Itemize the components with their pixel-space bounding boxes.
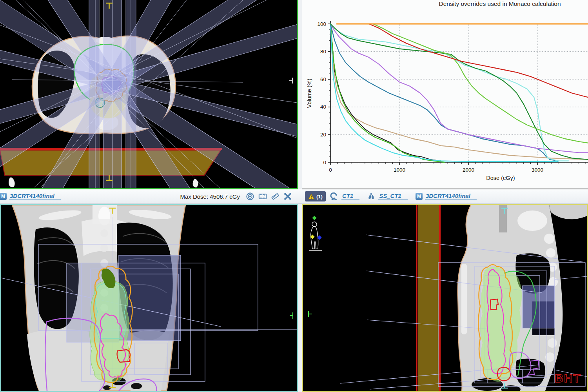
dvh-chart: 0204060801000100020003000Density overrid… xyxy=(302,0,588,189)
warning-icon xyxy=(308,194,314,200)
plan-link[interactable]: 3DCRT4140final xyxy=(9,192,61,200)
plan-m-icon: M xyxy=(0,193,7,200)
plan-item[interactable]: M 3DCRT4140final xyxy=(416,192,479,200)
svg-text:3000: 3000 xyxy=(532,167,543,173)
dvh-curve-cyan-fast-structure xyxy=(330,24,558,162)
lungs-icon xyxy=(367,192,375,200)
target-icon[interactable] xyxy=(246,192,254,201)
warning-count: (1) xyxy=(316,194,323,200)
dvh-curve-red-structure xyxy=(369,24,588,97)
ct-scanner-icon xyxy=(330,192,338,200)
couch-rail xyxy=(416,205,441,391)
dvh-curve-tan-structure xyxy=(330,24,588,160)
axial-active-border-right xyxy=(297,0,298,189)
coronal-view[interactable] xyxy=(0,204,298,392)
toolbar-right: (1) CT1 SS_CT1 M 3DCRT4140final xyxy=(303,189,588,203)
svg-text:Dose (cGy): Dose (cGy) xyxy=(486,175,515,181)
max-dose-label: Max Dose: 4506.7 cGy xyxy=(180,193,240,200)
toolbar: M 3DCRT4140final Max Dose: 4506.7 cGy xyxy=(0,189,588,204)
measure-ruler-icon[interactable] xyxy=(271,192,279,201)
sagittal-view[interactable]: BHT xyxy=(302,204,588,392)
svg-text:60: 60 xyxy=(320,76,326,82)
svg-text:1000: 1000 xyxy=(394,167,405,173)
svg-text:40: 40 xyxy=(320,104,326,110)
coronal-ct-canvas[interactable] xyxy=(1,205,297,391)
dvh-panel[interactable]: 0204060801000100020003000Density overrid… xyxy=(302,0,588,189)
sagittal-ct-canvas[interactable]: BHT xyxy=(303,205,587,391)
axial-view[interactable] xyxy=(0,0,297,188)
bht-watermark: BHT xyxy=(555,372,581,385)
structure-set-item[interactable]: SS_CT1 xyxy=(367,192,410,200)
cine-film-icon[interactable] xyxy=(258,192,267,201)
plan-m-icon-right: M xyxy=(416,193,423,200)
ct-dataset-label[interactable]: CT1 xyxy=(341,192,359,200)
svg-text:Volume (%): Volume (%) xyxy=(306,79,312,108)
plan-label-right[interactable]: 3DCRT4140final xyxy=(425,192,477,200)
svg-text:0: 0 xyxy=(323,160,326,165)
svg-text:100: 100 xyxy=(317,21,326,27)
dvh-curve-light-green-structure xyxy=(373,24,588,143)
axial-ct-canvas[interactable] xyxy=(0,0,297,188)
svg-text:0: 0 xyxy=(329,167,332,173)
toolbar-left: M 3DCRT4140final Max Dose: 4506.7 cGy xyxy=(0,189,297,203)
svg-text:Density overrides used in Mona: Density overrides used in Monaco calcula… xyxy=(439,0,561,7)
structure-set-label[interactable]: SS_CT1 xyxy=(378,192,408,200)
svg-text:2000: 2000 xyxy=(463,167,474,173)
svg-text:80: 80 xyxy=(320,49,326,54)
dvh-curve-dark-green-structure xyxy=(330,24,588,160)
svg-text:20: 20 xyxy=(320,132,326,138)
warning-badge[interactable]: (1) xyxy=(305,191,326,201)
expand-cross-icon[interactable] xyxy=(283,192,292,201)
ct-dataset-item[interactable]: CT1 xyxy=(330,192,362,200)
